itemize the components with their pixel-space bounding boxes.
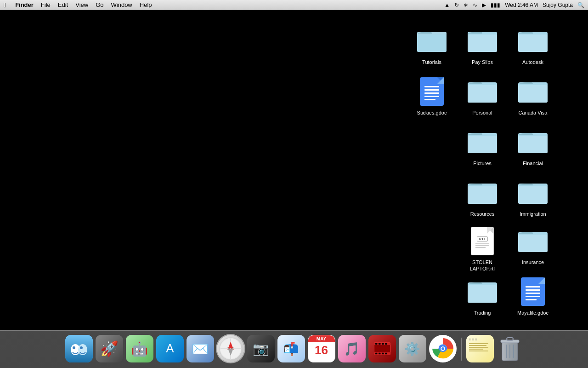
chrome-icon (429, 335, 457, 362)
stolen-laptop-rtf-icon: RTF (468, 226, 497, 256)
facetime-icon: 📷 (247, 335, 275, 362)
svg-rect-41 (382, 343, 384, 345)
menu-go[interactable]: Go (92, 0, 107, 10)
pay-slips-label: Pay Slips (472, 59, 493, 65)
canada-visa-label: Canada Visa (519, 109, 548, 116)
svg-rect-8 (468, 85, 497, 103)
dock-item-app-store[interactable]: A (156, 335, 184, 362)
menu-finder[interactable]: Finder (11, 0, 37, 10)
wifi-icon[interactable]: ∿ (473, 2, 477, 8)
autodesk-folder-icon (518, 26, 548, 56)
personal-folder-icon (468, 77, 497, 106)
dock-item-notes[interactable]: ≡ ≡ ≡ (466, 335, 494, 362)
menu-view[interactable]: View (72, 0, 92, 10)
personal-label: Personal (472, 109, 492, 116)
search-icon[interactable]: 🔍 (577, 2, 584, 8)
dock-item-chrome[interactable] (429, 335, 457, 362)
insurance-folder-icon (518, 226, 548, 256)
dock-item-filmstrip[interactable] (368, 335, 396, 362)
svg-rect-6 (518, 34, 548, 52)
icon-pictures[interactable]: Pictures (462, 125, 503, 169)
icon-pay-slips[interactable]: Pay Slips (462, 24, 503, 68)
pictures-label: Pictures (473, 160, 492, 167)
svg-rect-20 (518, 235, 548, 252)
dock-item-facetime[interactable]: 📷 (247, 335, 275, 362)
mayafile-gdoc-icon (518, 277, 548, 306)
trash-icon (497, 334, 523, 362)
stickies-gdoc-label: Stickies.gdoc (417, 109, 447, 116)
svg-point-28 (80, 346, 83, 349)
menu-right: ▲ ↻ ∗ ∿ ▶ ▮▮▮ Wed 2:46 AM Sujoy Gupta 🔍 (444, 0, 584, 10)
dock-item-itunes[interactable]: 🎵 (338, 335, 366, 362)
system-prefs-icon: ⚙️ (399, 335, 426, 362)
svg-rect-2 (417, 34, 447, 52)
stolen-laptop-label: STOLEN LAPTOP.rtf (464, 259, 501, 272)
tutorials-label: Tutorials (422, 59, 441, 65)
svg-rect-16 (468, 186, 497, 204)
clock: Wed 2:46 AM (505, 2, 538, 8)
svg-rect-4 (468, 34, 497, 52)
menu-help[interactable]: Help (136, 0, 156, 10)
icon-stolen-laptop[interactable]: RTF STOLEN LAPTOP.rtf (462, 224, 503, 275)
icon-immigration[interactable]: Immigration (512, 176, 554, 219)
safari-icon (217, 335, 244, 362)
menu-file[interactable]: File (37, 0, 54, 10)
launchpad-icon: 🚀 (96, 335, 123, 362)
dock-item-android[interactable]: 🤖 (126, 335, 153, 362)
svg-rect-14 (518, 136, 548, 153)
resources-folder-icon (468, 178, 497, 207)
trading-folder-icon (468, 277, 497, 306)
itunes-icon: 🎵 (338, 335, 366, 362)
volume-icon[interactable]: ▶ (482, 2, 486, 8)
app-store-icon: A (156, 335, 184, 362)
notes-icon: ≡ ≡ ≡ (466, 335, 494, 362)
pictures-folder-icon (468, 127, 497, 157)
menubar:  Finder File Edit View Go Window Help ▲… (0, 0, 588, 10)
pay-slips-folder-icon (468, 26, 497, 56)
svg-rect-39 (375, 343, 377, 345)
icon-insurance[interactable]: Insurance (512, 224, 554, 268)
time-back-icon[interactable]: ↻ (454, 2, 459, 8)
immigration-folder-icon (518, 178, 548, 207)
icon-resources[interactable]: Resources (462, 176, 503, 219)
svg-rect-10 (518, 85, 548, 103)
svg-rect-43 (375, 353, 377, 355)
menu-edit[interactable]: Edit (54, 0, 72, 10)
menu-window[interactable]: Window (107, 0, 136, 10)
dock-item-calendar[interactable]: MAY 16 (308, 335, 335, 362)
time-machine-icon[interactable]: ▲ (444, 2, 450, 8)
user-name[interactable]: Sujoy Gupta (543, 2, 573, 8)
insurance-label: Insurance (522, 259, 544, 265)
dock-item-mail-envelope[interactable]: 📬 (277, 335, 305, 362)
tutorials-folder-icon (417, 26, 447, 56)
canada-visa-folder-icon (518, 77, 548, 106)
icon-canada-visa[interactable]: Canada Visa (512, 75, 554, 118)
svg-rect-12 (468, 136, 497, 153)
dock-separator (461, 338, 462, 361)
svg-point-27 (73, 346, 75, 349)
icon-tutorials[interactable]: Tutorials (411, 24, 452, 68)
dock-item-trash[interactable] (497, 334, 523, 362)
icon-financial[interactable]: Financial (512, 125, 554, 169)
dock-item-launchpad[interactable]: 🚀 (96, 335, 123, 362)
icon-mayafile-gdoc[interactable]: Mayafile.gdoc (512, 275, 554, 318)
immigration-label: Immigration (520, 211, 546, 217)
bluetooth-icon[interactable]: ∗ (464, 2, 468, 8)
android-icon: 🤖 (126, 335, 153, 362)
resources-label: Resources (470, 211, 495, 217)
icon-personal[interactable]: Personal (462, 75, 503, 118)
apple-menu[interactable]:  (4, 1, 6, 9)
dock-item-system-prefs[interactable]: ⚙️ (399, 335, 426, 362)
dock-item-safari[interactable] (217, 335, 244, 362)
dock: 🚀 🤖 A ✉️ (0, 327, 588, 368)
icon-autodesk[interactable]: Autodesk (512, 24, 554, 68)
dock-item-mail-bird[interactable]: ✉️ (187, 335, 214, 362)
svg-rect-44 (379, 353, 380, 355)
battery-icon[interactable]: ▮▮▮ (491, 2, 500, 8)
mail-bird-icon: ✉️ (187, 335, 214, 362)
autodesk-label: Autodesk (522, 59, 543, 65)
icon-stickies-gdoc[interactable]: Stickies.gdoc (411, 75, 452, 118)
icon-trading[interactable]: Trading (462, 275, 503, 318)
dock-item-finder[interactable] (65, 335, 93, 362)
mayafile-gdoc-label: Mayafile.gdoc (517, 310, 548, 316)
